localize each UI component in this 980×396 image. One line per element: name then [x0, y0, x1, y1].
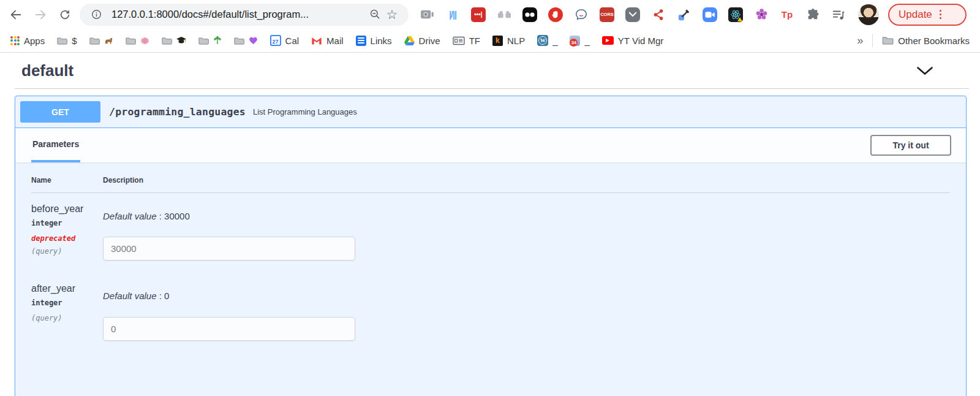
menu-dots-icon[interactable] — [940, 10, 942, 20]
chevron-down-icon[interactable] — [916, 66, 933, 75]
graduation-cap-icon — [176, 37, 186, 44]
default-value-line: Default value : 30000 — [103, 211, 950, 221]
profile-avatar[interactable] — [858, 4, 879, 25]
screen-capture-extension-icon[interactable] — [420, 7, 434, 22]
puzzle-extensions-menu-icon[interactable] — [805, 7, 820, 22]
bookmark-mail[interactable]: Mail — [306, 32, 349, 49]
bookmarks-overflow-button[interactable]: » — [851, 32, 869, 49]
extensions-row: |/|| •••| CORS — [420, 4, 879, 25]
url-text[interactable]: 127.0.0.1:8000/docs#/default/list_progra… — [111, 9, 366, 20]
share-nodes-extension-icon[interactable] — [651, 7, 666, 22]
gmail-icon — [311, 36, 322, 45]
apps-grid-icon — [10, 36, 20, 45]
calendar-badge-icon: 34 — [570, 36, 580, 46]
parameters-table-header: Name Description — [31, 176, 950, 193]
folder-icon — [89, 37, 100, 45]
endpoint-path: /programming_languages — [109, 106, 246, 118]
youtube-icon — [602, 36, 614, 45]
browser-toolbar: 127.0.0.1:8000/docs#/default/list_progra… — [0, 0, 980, 29]
flower-extension-icon[interactable] — [754, 7, 769, 22]
dark-reader-extension-icon[interactable] — [522, 7, 537, 22]
react-devtools-extension-icon[interactable] — [728, 7, 743, 22]
param-name: after_year — [31, 283, 103, 294]
bookmark-folder-dollar[interactable]: $ — [51, 32, 82, 49]
param-location: (query) — [31, 314, 103, 322]
back-button[interactable] — [4, 2, 28, 27]
adblock-hand-extension-icon[interactable] — [548, 7, 563, 22]
bookmark-folder-heart[interactable] — [228, 32, 263, 49]
wordpress-icon: W — [537, 35, 548, 46]
reload-icon — [59, 9, 71, 21]
brain-icon — [140, 37, 149, 45]
bookmark-star-icon[interactable]: ☆ — [383, 8, 401, 21]
param-name-cell: before_year integer deprecated (query) — [31, 199, 103, 261]
opblock-summary[interactable]: GET /programming_languages List Programm… — [15, 96, 966, 128]
tp-extension-icon[interactable]: Tp — [780, 7, 794, 22]
try-it-out-button[interactable]: Try it out — [870, 135, 951, 156]
calendar-icon: 27 — [270, 35, 281, 46]
folder-icon — [57, 37, 67, 45]
bookmark-folder-herb[interactable] — [193, 32, 227, 49]
card-icon — [453, 36, 465, 45]
address-bar[interactable]: 127.0.0.1:8000/docs#/default/list_progra… — [80, 4, 409, 26]
bookmark-cal34[interactable]: 34 _ — [564, 32, 595, 49]
tab-parameters[interactable]: Parameters — [31, 128, 80, 162]
back-icon — [9, 8, 23, 21]
param-location: (query) — [31, 247, 103, 256]
param-value-input[interactable] — [103, 237, 355, 261]
bookmark-folder-gradcap[interactable] — [156, 32, 192, 49]
folder-icon — [882, 36, 894, 45]
bookmark-folder-horse[interactable] — [84, 32, 119, 49]
folder-icon — [126, 37, 136, 45]
reload-button[interactable] — [53, 2, 77, 27]
herb-icon — [213, 36, 222, 45]
forward-icon — [34, 8, 47, 21]
forward-button[interactable] — [28, 2, 53, 27]
bookmark-apps[interactable]: Apps — [5, 32, 50, 49]
tag-section-header[interactable]: default — [15, 60, 969, 89]
site-info-icon[interactable] — [88, 9, 105, 20]
other-bookmarks-button[interactable]: Other Bookmarks — [876, 32, 975, 49]
parameters-table: Name Description before_year integer dep… — [15, 162, 966, 341]
parameters-section-header: Parameters Try it out — [15, 128, 966, 162]
bookmarks-bar: Apps $ 27 Cal Mail Links Drive — [0, 29, 980, 53]
swagger-page: default GET /programming_languages List … — [0, 53, 980, 396]
method-badge: GET — [20, 101, 100, 123]
horse-icon — [104, 36, 113, 45]
binoculars-extension-icon[interactable] — [497, 7, 511, 22]
bookmark-folder-brain[interactable] — [120, 32, 155, 49]
name-column-header: Name — [31, 176, 103, 185]
param-deprecated-label: deprecated — [31, 234, 103, 243]
param-name: before_year — [31, 204, 103, 215]
param-row-before-year: before_year integer deprecated (query) D… — [31, 193, 950, 261]
bookmark-drive[interactable]: Drive — [399, 32, 446, 49]
wayback-machine-extension-icon[interactable]: |/|| — [445, 7, 460, 22]
cors-extension-icon[interactable]: CORS — [600, 7, 614, 22]
playlist-extension-icon[interactable] — [831, 7, 846, 22]
pocket-extension-icon[interactable] — [625, 7, 640, 22]
folder-icon — [198, 37, 209, 45]
purple-heart-icon — [249, 36, 258, 45]
lastpass-extension-icon[interactable]: •••| — [471, 7, 486, 22]
folder-icon — [162, 37, 172, 45]
links-icon — [356, 36, 366, 46]
param-row-after-year: after_year integer (query) Default value… — [31, 273, 950, 341]
bookmark-links[interactable]: Links — [350, 32, 398, 49]
param-description-cell: Default value : 0 — [103, 279, 950, 341]
param-name-cell: after_year integer (query) — [31, 279, 103, 341]
bookmark-youtube[interactable]: YT Vid Mgr — [597, 32, 669, 49]
zoom-out-icon[interactable] — [366, 9, 383, 20]
bookmark-nlp[interactable]: k NLP — [487, 32, 530, 49]
color-picker-extension-icon[interactable] — [677, 7, 692, 22]
bookmark-calendar[interactable]: 27 Cal — [265, 32, 305, 49]
bookmark-wordpress[interactable]: W _ — [532, 32, 563, 49]
bookmark-tf[interactable]: TF — [447, 32, 486, 49]
update-chrome-button[interactable]: Update — [888, 4, 967, 26]
chat-bubble-extension-icon[interactable] — [574, 7, 589, 22]
param-description-cell: Default value : 30000 — [103, 199, 950, 261]
default-value-line: Default value : 0 — [103, 291, 950, 301]
endpoint-summary: List Programming Languages — [253, 107, 357, 116]
zoom-extension-icon[interactable] — [703, 7, 717, 22]
update-label: Update — [899, 9, 932, 21]
param-value-input[interactable] — [103, 317, 355, 341]
